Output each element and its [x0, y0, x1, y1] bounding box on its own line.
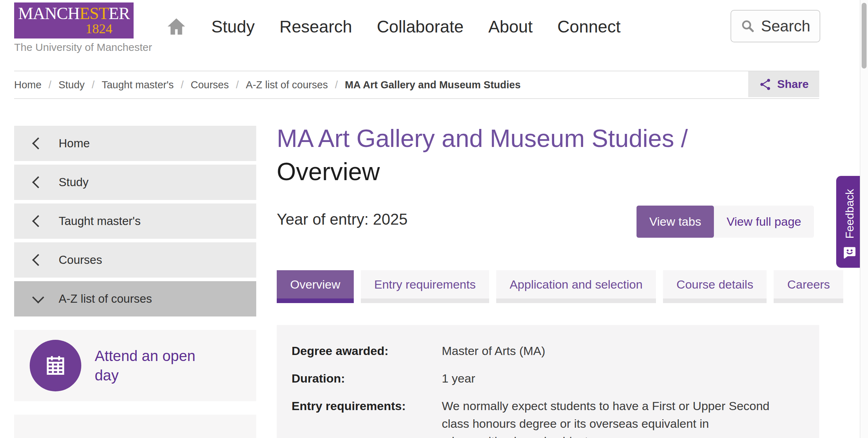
page: MANCHESTER 1824 The University of Manche…: [0, 0, 868, 438]
attend-open-day-card[interactable]: Attend an open day: [14, 330, 256, 401]
nav-link-collaborate[interactable]: Collaborate: [377, 17, 463, 36]
fact-value: Master of Arts (MA): [442, 342, 545, 360]
feedback-label: Feedback: [843, 189, 856, 239]
sidebar-item-label: Study: [59, 176, 88, 189]
search-icon: [740, 19, 755, 34]
share-icon: [759, 78, 772, 91]
view-full-page-button[interactable]: View full page: [714, 206, 814, 238]
calendar-icon: [43, 353, 68, 378]
nav-link-connect[interactable]: Connect: [557, 17, 621, 36]
chevron-left-icon: [32, 215, 44, 227]
feedback-tab[interactable]: Feedback: [836, 176, 863, 268]
sidebar-item-az-list-of-courses[interactable]: A-Z list of courses: [14, 281, 256, 316]
nav-link-research[interactable]: Research: [280, 17, 352, 36]
page-title: MA Art Gallery and Museum Studies / Over…: [277, 122, 828, 188]
chevron-down-icon: [32, 291, 44, 303]
breadcrumb-separator: /: [92, 79, 95, 91]
chevron-left-icon: [32, 137, 44, 149]
scrollbar-thumb[interactable]: [862, 3, 867, 69]
tab-overview[interactable]: Overview: [277, 270, 354, 303]
breadcrumb-separator: /: [181, 79, 183, 91]
logo-word-gold: EST: [80, 4, 108, 23]
page-title-course: MA Art Gallery and Museum Studies /: [277, 125, 688, 152]
logo-word-part: MANCH: [18, 4, 80, 23]
course-tabs: Overview Entry requirements Application …: [277, 270, 843, 303]
fact-value: 1 year: [442, 369, 475, 387]
scrollbar-track[interactable]: [860, 0, 868, 438]
course-facts-panel: Degree awarded: Master of Arts (MA) Dura…: [277, 325, 819, 438]
breadcrumb-taught-masters[interactable]: Taught master's: [102, 79, 174, 91]
chevron-left-icon: [32, 254, 44, 266]
tab-application-and-selection[interactable]: Application and selection: [496, 270, 656, 303]
sidebar-item-label: A-Z list of courses: [59, 292, 152, 306]
logo-year: 1824: [86, 22, 112, 36]
search-label: Search: [761, 17, 810, 35]
download-card[interactable]: Download: [14, 415, 256, 438]
tab-careers[interactable]: Careers: [774, 270, 843, 303]
breadcrumb-current-page: MA Art Gallery and Museum Studies: [345, 79, 521, 91]
share-label: Share: [777, 78, 809, 91]
search-button[interactable]: Search: [731, 10, 820, 42]
logo-word: MANCHESTER: [18, 5, 129, 22]
sidebar-item-label: Taught master's: [59, 214, 141, 228]
sidebar-item-label: Courses: [59, 253, 102, 267]
home-icon: [166, 16, 187, 37]
page-title-section: Overview: [277, 158, 380, 185]
breadcrumb-study[interactable]: Study: [58, 79, 84, 91]
view-tabs-button[interactable]: View tabs: [637, 206, 714, 238]
nav-link-study[interactable]: Study: [211, 17, 255, 36]
breadcrumb-home[interactable]: Home: [14, 79, 41, 91]
attend-open-day-label: Attend an open day: [95, 346, 215, 385]
breadcrumb-separator: /: [236, 79, 239, 91]
sidebar-item-home[interactable]: Home: [14, 126, 256, 161]
sidebar-item-label: Home: [59, 137, 90, 150]
primary-nav: Study Research Collaborate About Connect: [166, 11, 621, 42]
year-of-entry: Year of entry: 2025: [277, 211, 407, 228]
breadcrumb: Home / Study / Taught master's / Courses…: [14, 71, 819, 99]
breadcrumb-separator: /: [48, 79, 51, 91]
breadcrumb-az-list[interactable]: A-Z list of courses: [246, 79, 328, 91]
sidebar-item-study[interactable]: Study: [14, 165, 256, 200]
share-button[interactable]: Share: [748, 71, 819, 97]
university-logo[interactable]: MANCHESTER 1824 The University of Manche…: [14, 2, 152, 53]
fact-row-entry-requirements: Entry requirements: We normally expect s…: [292, 397, 804, 438]
logo-word-part: ER: [108, 4, 129, 23]
tab-course-details[interactable]: Course details: [663, 270, 767, 303]
breadcrumb-courses[interactable]: Courses: [191, 79, 229, 91]
view-toggle: View tabs View full page: [637, 206, 814, 238]
fact-value: We normally expect students to have a Fi…: [442, 397, 769, 438]
calendar-icon-circle: [30, 340, 81, 391]
fact-label: Degree awarded:: [292, 342, 442, 360]
fact-label: Entry requirements:: [292, 397, 442, 438]
feedback-smiley-icon: [841, 245, 858, 261]
logo-wordmark: MANCHESTER 1824: [14, 2, 134, 39]
sidebar-item-taught-masters[interactable]: Taught master's: [14, 203, 256, 239]
nav-link-about[interactable]: About: [488, 17, 533, 36]
logo-tagline: The University of Manchester: [14, 41, 152, 53]
tab-entry-requirements[interactable]: Entry requirements: [361, 270, 489, 303]
sidebar-item-courses[interactable]: Courses: [14, 242, 256, 278]
chevron-left-icon: [32, 176, 44, 188]
fact-row-degree: Degree awarded: Master of Arts (MA): [292, 342, 804, 360]
nav-home-button[interactable]: [166, 16, 187, 37]
breadcrumb-separator: /: [335, 79, 338, 91]
fact-row-duration: Duration: 1 year: [292, 369, 804, 387]
fact-label: Duration:: [292, 369, 442, 387]
